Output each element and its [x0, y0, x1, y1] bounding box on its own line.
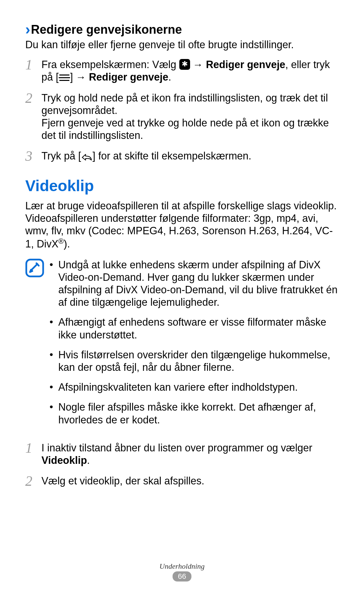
step-text: →	[190, 59, 206, 70]
manual-page: Redigere genvejsikonerne Du kan tilføje …	[0, 0, 364, 597]
subsection-title-text: Redigere genvejsikonerne	[31, 23, 182, 36]
steps-list-1: Fra eksempelskærmen: Vælg → Rediger genv…	[25, 58, 340, 163]
step-text: Fra eksempelskærmen: Vælg	[41, 59, 179, 70]
intro-text: ).	[64, 238, 70, 249]
footer-section-label: Underholdning	[0, 562, 364, 571]
step-text: ] for at skifte til eksempelskærmen.	[93, 150, 251, 161]
step-text: Tryk og hold nede på et ikon fra indstil…	[41, 92, 340, 117]
page-footer: Underholdning 66	[0, 562, 364, 581]
step-3: Tryk på [] for at skifte til eksempelskæ…	[25, 150, 340, 163]
note-icon	[25, 259, 44, 277]
gear-icon	[179, 59, 190, 70]
note-item: Afspilningskvaliteten kan variere efter …	[49, 381, 340, 393]
intro-sup: ®	[58, 237, 64, 245]
note-item: Nogle filer afspilles måske ikke korrekt…	[49, 401, 340, 426]
intro-text: Lær at bruge videoafspilleren til at afs…	[25, 200, 337, 250]
intro-paragraph: Lær at bruge videoafspilleren til at afs…	[25, 200, 340, 250]
footer-page-number: 66	[173, 571, 191, 581]
note-list: Undgå at lukke enhedens skærm under afsp…	[49, 259, 340, 434]
note-block: Undgå at lukke enhedens skærm under afsp…	[25, 259, 340, 434]
step-text: Tryk på [	[41, 150, 81, 161]
step-text: ] →	[70, 71, 89, 83]
chevron-icon	[25, 23, 31, 36]
step-1: Fra eksempelskærmen: Vælg → Rediger genv…	[25, 58, 340, 83]
step-1: I inaktiv tilstand åbner du listen over …	[25, 442, 340, 467]
note-item: Undgå at lukke enhedens skærm under afsp…	[49, 259, 340, 309]
step-text: .	[168, 71, 171, 83]
step-bold: Rediger genveje	[206, 59, 285, 70]
steps-list-2: I inaktiv tilstand åbner du listen over …	[25, 442, 340, 487]
note-item: Hvis filstørrelsen overskrider den tilgæ…	[49, 349, 340, 374]
step-text: I inaktiv tilstand åbner du listen over …	[41, 442, 312, 453]
back-icon	[81, 151, 93, 163]
section-heading-videoklip: Videoklip	[25, 177, 340, 195]
step-2: Tryk og hold nede på et ikon fra indstil…	[25, 92, 340, 142]
subsection-heading: Redigere genvejsikonerne	[25, 20, 340, 37]
step-text: Fjern genveje ved at trykke og holde ned…	[41, 117, 340, 142]
subsection-lead: Du kan tilføje eller fjerne genveje til …	[25, 38, 340, 51]
step-bold: Videoklip	[41, 454, 87, 466]
step-bold: Rediger genveje	[89, 71, 169, 83]
svg-rect-0	[26, 260, 43, 276]
step-text: .	[87, 454, 90, 466]
note-item: Afhængigt af enhedens software er visse …	[49, 316, 340, 341]
menu-icon	[59, 74, 70, 82]
step-2: Vælg et videoklip, der skal afspilles.	[25, 475, 340, 487]
